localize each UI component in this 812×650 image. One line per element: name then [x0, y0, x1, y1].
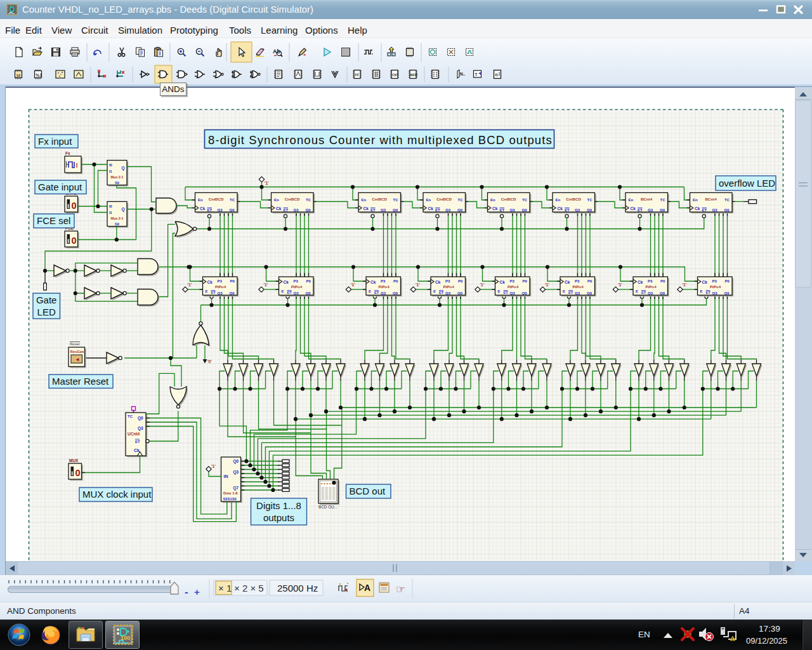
svg-text:◄: ◄ — [75, 357, 80, 362]
svg-text:Q: Q — [122, 207, 125, 212]
svg-text:CntBCD: CntBCD — [436, 197, 452, 201]
svg-text:Digits 1...8: Digits 1...8 — [256, 500, 301, 511]
svg-text:P0: P0 — [660, 279, 665, 283]
svg-text:TC: TC — [393, 198, 399, 202]
svg-text:P3: P3 — [575, 279, 580, 283]
svg-text:ET: ET — [638, 208, 643, 212]
svg-text:Q3: Q3 — [445, 208, 451, 212]
svg-text:%1: %1 — [36, 73, 42, 77]
svg-text:TC: TC — [522, 198, 528, 202]
svg-text:0: 0 — [75, 468, 81, 478]
svg-text:ET: ET — [439, 291, 444, 295]
svg-text:P3: P3 — [712, 279, 717, 283]
svg-text:ET: ET — [135, 440, 140, 444]
svg-text:'1': '1' — [264, 282, 268, 287]
svg-text:E: E — [433, 289, 436, 293]
svg-text:'1': '1' — [211, 464, 216, 468]
svg-text:A: A — [364, 583, 370, 593]
svg-text:TC: TC — [660, 198, 666, 202]
svg-text:En: En — [693, 198, 698, 202]
svg-text:8-digit Synchronous Counter wi: 8-digit Synchronous Counter with multipl… — [208, 133, 553, 147]
svg-text:Ck: Ck — [631, 206, 636, 211]
svg-text:En: En — [629, 198, 634, 202]
svg-text:En: En — [362, 198, 367, 202]
svg-text:E: E — [563, 289, 565, 293]
svg-text:overflow LED: overflow LED — [719, 178, 775, 189]
svg-text:PiPo4: PiPo4 — [215, 284, 226, 289]
svg-text:Mux 2-1: Mux 2-1 — [110, 175, 123, 179]
svg-text:Ck: Ck — [370, 280, 376, 284]
svg-text:MEM: MEM — [410, 74, 417, 77]
svg-text:'1': '1' — [618, 282, 622, 287]
svg-text:'1': '1' — [480, 282, 485, 287]
svg-text:PiPo4: PiPo4 — [572, 284, 584, 289]
svg-text:En: En — [274, 198, 279, 202]
svg-text:Q3: Q3 — [575, 208, 580, 212]
svg-text:0: 0 — [72, 201, 77, 211]
svg-text:Ck: Ck — [284, 280, 289, 284]
svg-text:ET: ET — [435, 208, 440, 212]
svg-text:Q0: Q0 — [587, 208, 593, 212]
svg-text:Q0: Q0 — [230, 208, 235, 212]
svg-text:P3: P3 — [648, 279, 653, 283]
svg-text:ET: ET — [706, 291, 711, 295]
svg-text:ET: ET — [211, 291, 216, 295]
svg-text:0: 0 — [72, 235, 77, 246]
svg-text:CntBCD: CntBCD — [566, 197, 581, 201]
svg-text:× 2 × 5: × 2 × 5 — [234, 583, 264, 594]
svg-text:P3: P3 — [294, 279, 299, 283]
svg-text:P0: P0 — [725, 279, 730, 283]
svg-text:P0: P0 — [523, 279, 528, 283]
svg-text:PiPo4: PiPo4 — [710, 284, 721, 289]
svg-text:LED: LED — [37, 307, 56, 317]
svg-text:En: En — [490, 198, 495, 202]
svg-text:ET: ET — [504, 291, 509, 295]
svg-text:ET: ET — [207, 208, 213, 212]
svg-text:Master Reset: Master Reset — [52, 376, 109, 387]
svg-text:N..: N.. — [460, 72, 466, 76]
svg-text:P3: P3 — [381, 279, 386, 283]
svg-text:ET: ET — [702, 208, 707, 212]
svg-text:Fx input: Fx input — [38, 136, 72, 147]
svg-text:ET: ET — [568, 291, 573, 295]
svg-text:MUX clock input: MUX clock input — [82, 489, 152, 500]
svg-text:CntBCD: CntBCD — [285, 197, 300, 201]
svg-text:E: E — [369, 289, 371, 293]
svg-text:Q0: Q0 — [230, 291, 235, 295]
svg-text:Q0: Q0 — [457, 208, 463, 212]
svg-text:UCnt4: UCnt4 — [128, 432, 140, 436]
svg-text:ET: ET — [500, 208, 505, 212]
svg-text:E: E — [282, 289, 284, 293]
svg-text:I1: I1 — [109, 211, 113, 215]
svg-text:MUX: MUX — [69, 458, 79, 463]
svg-text:Q3: Q3 — [294, 291, 299, 295]
svg-text:PiPo4: PiPo4 — [443, 284, 454, 289]
svg-text:Q0: Q0 — [522, 291, 528, 295]
svg-text:CNT: CNT — [392, 74, 398, 77]
svg-text:En: En — [198, 198, 203, 202]
svg-text:Q3: Q3 — [510, 291, 516, 295]
svg-text:PiPo4: PiPo4 — [291, 284, 303, 289]
svg-text:TC: TC — [724, 198, 730, 202]
svg-text:Gate: Gate — [36, 295, 57, 305]
svg-text:Q3: Q3 — [218, 208, 223, 212]
svg-text:ET: ET — [284, 208, 289, 212]
svg-text:D: D — [495, 73, 499, 77]
svg-text:E: E — [498, 289, 501, 293]
svg-text:Q3: Q3 — [575, 291, 580, 295]
svg-text:Q3: Q3 — [218, 291, 223, 295]
svg-text:P0: P0 — [393, 279, 398, 283]
svg-text:P0: P0 — [306, 279, 311, 283]
svg-text:Q0: Q0 — [138, 416, 143, 421]
svg-text:Q3: Q3 — [712, 208, 718, 212]
svg-text:ET: ET — [565, 208, 570, 212]
svg-text:'1': '1' — [416, 282, 420, 287]
svg-text:Q: Q — [122, 166, 125, 171]
svg-text:Fx: Fx — [65, 151, 70, 156]
svg-text:TC: TC — [458, 198, 464, 202]
svg-text:Dmx 1-8: Dmx 1-8 — [223, 491, 238, 495]
svg-text:Q3: Q3 — [233, 470, 239, 475]
svg-text:Q0: Q0 — [306, 208, 311, 212]
svg-text:BCnt4: BCnt4 — [705, 197, 717, 201]
svg-text:ET: ET — [287, 291, 292, 295]
